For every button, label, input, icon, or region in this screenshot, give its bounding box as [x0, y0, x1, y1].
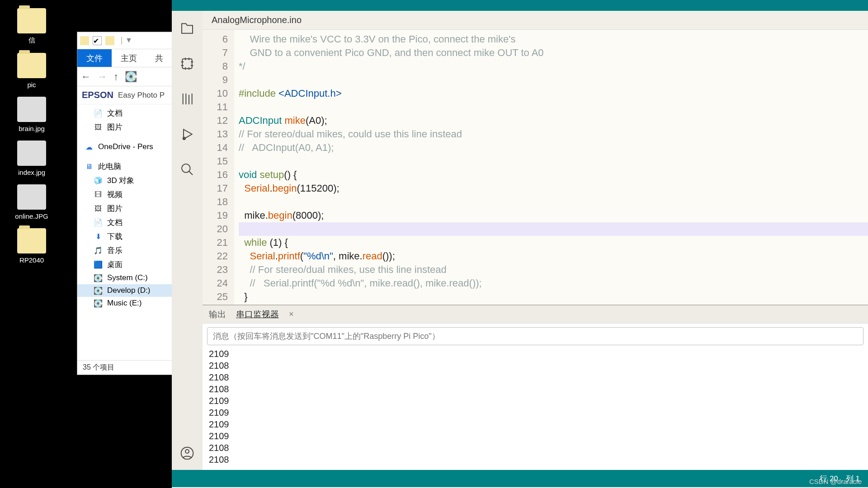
- folder-icon: [80, 36, 89, 45]
- folder-icon: [17, 8, 46, 33]
- icon-label: 信: [9, 36, 54, 45]
- tree-item[interactable]: 💽Develop (D:): [77, 284, 183, 297]
- check-icon: ✔: [93, 36, 102, 45]
- tree-item-label: 文档: [107, 108, 123, 118]
- tree-item[interactable]: 🖼图片: [77, 202, 183, 216]
- tree-item-label: 音乐: [107, 245, 123, 256]
- library-manager-icon[interactable]: [179, 91, 195, 107]
- code-line: // Serial.printf("%d %d\n", mike.read(),…: [239, 277, 868, 290]
- file-explorer-window: ✔ ｜▼ 文件主页共 ← → ↑ 💽 EPSON Easy Photo P 📄文…: [77, 32, 183, 375]
- code-line: }: [239, 290, 868, 304]
- tree-item[interactable]: 🖼图片: [77, 120, 183, 134]
- serial-output: 2109210821082108210921092109210921082108: [203, 349, 868, 470]
- ribbon-tab[interactable]: 共: [146, 49, 172, 67]
- tree-item-label: 文档: [107, 217, 123, 228]
- serial-line: 2109: [209, 349, 862, 361]
- code-line: // For stereo/dual mikes, use this line …: [239, 263, 868, 277]
- desktop-icon[interactable]: online.JPG: [9, 184, 54, 220]
- banner-text: Easy Photo P: [118, 91, 165, 100]
- editor-tab[interactable]: AnalogMicrophone.ino: [203, 11, 868, 30]
- tree-item[interactable]: 🎵音乐: [77, 244, 183, 258]
- code-line: // ADCInput(A0, A1);: [239, 141, 868, 155]
- forward-icon[interactable]: →: [97, 71, 107, 83]
- bottom-panel: 输出串口监视器× 2109210821082108210921092109210…: [203, 305, 868, 470]
- explorer-nav: ← → ↑ 💽: [77, 67, 183, 86]
- code-line: ADCInput mike(A0);: [239, 114, 868, 127]
- divider: ｜▼: [118, 36, 132, 45]
- search-icon[interactable]: [179, 162, 195, 177]
- tree-item[interactable]: 💽Music (E:): [77, 297, 183, 310]
- tree-item-label: 图片: [107, 203, 123, 214]
- desktop: 信picbrain.jpgindex.jpgonline.JPGRP2040: [0, 0, 77, 488]
- tree-item[interactable]: 🟦桌面: [77, 258, 183, 272]
- ribbon-tab[interactable]: 文件: [77, 49, 112, 67]
- desktop-icon[interactable]: index.jpg: [9, 141, 54, 176]
- tree-item[interactable]: 🎞视频: [77, 188, 183, 202]
- board-manager-icon[interactable]: [179, 56, 195, 71]
- panel-tab[interactable]: 输出: [209, 309, 226, 320]
- up-icon[interactable]: ↑: [113, 71, 118, 83]
- tree-item-label: 3D 对象: [107, 175, 134, 186]
- explorer-banner: EPSON Easy Photo P: [77, 86, 183, 104]
- code-line: [239, 73, 868, 87]
- desktop-icon[interactable]: 信: [9, 8, 54, 45]
- code-line: void setup() {: [239, 168, 868, 182]
- tree-item[interactable]: 🖥此电脑: [77, 160, 183, 174]
- icon-label: RP2040: [9, 256, 54, 264]
- photo-icon: [17, 141, 46, 166]
- serial-line: 2109: [209, 408, 862, 419]
- ribbon-tab[interactable]: 主页: [112, 49, 146, 67]
- tree-item-label: System (C:): [107, 273, 148, 282]
- tree-item-icon: 📄: [94, 109, 103, 118]
- code-editor[interactable]: 67891011121314151617181920212223242526 W…: [203, 30, 868, 305]
- tree-item-icon: ⬇: [94, 232, 103, 241]
- tree-item-icon: 💽: [94, 286, 103, 295]
- tree-item-icon: 📄: [94, 218, 103, 227]
- tree-item-icon: 🖼: [94, 204, 103, 213]
- sketchbook-icon[interactable]: [179, 21, 195, 36]
- serial-message-input[interactable]: [207, 327, 863, 345]
- close-icon[interactable]: ×: [289, 310, 294, 319]
- desktop-icon[interactable]: brain.jpg: [9, 97, 54, 132]
- tree-item[interactable]: ⬇下载: [77, 230, 183, 244]
- code-line: Serial.begin(115200);: [239, 182, 868, 195]
- tree-item-icon: 💽: [94, 299, 103, 308]
- panel-tab[interactable]: 串口监视器: [236, 309, 279, 320]
- tree-item[interactable]: ☁OneDrive - Pers: [77, 141, 183, 153]
- tree-item[interactable]: 📄文档: [77, 216, 183, 230]
- svg-point-4: [185, 450, 189, 453]
- account-icon[interactable]: [179, 446, 195, 461]
- tree-item[interactable]: 💽System (C:): [77, 272, 183, 284]
- icon-label: index.jpg: [9, 169, 54, 176]
- watermark: CSDN @draracle: [809, 478, 862, 485]
- tree-item-label: Music (E:): [107, 299, 142, 308]
- tree-item[interactable]: 📄文档: [77, 106, 183, 120]
- back-icon[interactable]: ←: [81, 71, 91, 83]
- icon-label: pic: [9, 81, 54, 89]
- code-content[interactable]: Wire the mike's VCC to 3.3V on the Pico,…: [234, 30, 868, 305]
- code-line: GND to a convenient Pico GND, and then c…: [239, 46, 868, 60]
- epson-logo: EPSON: [82, 90, 113, 100]
- panel-tabs: 输出串口监视器×: [203, 305, 868, 324]
- tree-item-icon: 🎞: [94, 190, 103, 199]
- serial-line: 2108: [209, 361, 862, 372]
- tree-item-icon: 🎵: [94, 246, 103, 255]
- tree-item-label: OneDrive - Pers: [98, 142, 153, 151]
- explorer-titlebar: ✔ ｜▼: [77, 32, 183, 49]
- desktop-icon[interactable]: pic: [9, 53, 54, 89]
- tree-item[interactable]: 🧊3D 对象: [77, 174, 183, 188]
- code-line: [239, 100, 868, 114]
- ide-statusbar: 行 20，列 1: [172, 470, 868, 487]
- item-count: 35 个项目: [83, 363, 114, 372]
- code-line: Wire the mike's VCC to 3.3V on the Pico,…: [239, 33, 868, 46]
- desktop-icon[interactable]: RP2040: [9, 228, 54, 264]
- tree-item-icon: 🖥: [85, 162, 94, 171]
- serial-line: 2108: [209, 384, 862, 396]
- serial-line: 2108: [209, 372, 862, 384]
- debug-icon[interactable]: [179, 127, 195, 142]
- tree-item-label: 下载: [107, 231, 123, 242]
- serial-line: 2109: [209, 396, 862, 408]
- tree-item-icon: 🟦: [94, 260, 103, 269]
- code-line: #include <ADCInput.h>: [239, 87, 868, 100]
- photo-icon: [17, 97, 46, 122]
